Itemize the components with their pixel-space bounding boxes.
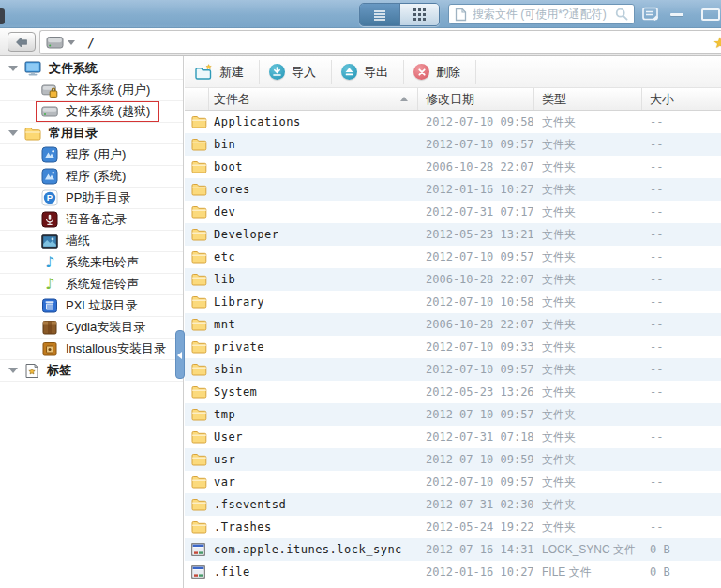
drive-selector[interactable] — [46, 35, 75, 50]
table-row[interactable]: usr2012-07-10 09:59文件夹-- — [185, 448, 721, 471]
grid-view-icon — [413, 8, 426, 21]
sidebar-item-label: 文件系统 — [49, 60, 98, 77]
table-row[interactable]: System2012-05-23 13:26文件夹-- — [185, 381, 721, 403]
file-icon-cell — [185, 340, 209, 354]
file-size: -- — [642, 183, 721, 196]
file-type: 文件夹 — [534, 520, 642, 535]
notes-panel-button[interactable] — [641, 7, 660, 22]
export-button[interactable]: 导出 — [334, 60, 404, 84]
sidebar-item[interactable]: PXL垃圾目录 — [0, 295, 183, 317]
table-row[interactable]: .file2012-01-16 10:27FILE 文件0 B — [185, 561, 721, 583]
sidebar-item[interactable]: 程序 (用户) — [0, 144, 183, 166]
sidebar-item[interactable]: ♪系统短信铃声 — [0, 274, 183, 295]
import-button-label: 导入 — [292, 64, 316, 81]
table-row[interactable]: Developer2012-05-23 13:21文件夹-- — [185, 223, 721, 246]
expand-triangle-icon[interactable] — [8, 66, 18, 71]
grid-view-button[interactable] — [399, 4, 439, 25]
sidebar-splitter[interactable] — [175, 330, 185, 379]
sidebar-item[interactable]: Cydia安装目录 — [0, 317, 183, 339]
favorite-star-icon[interactable]: ★ — [713, 34, 721, 52]
table-row[interactable]: Library2012-07-10 10:58文件夹-- — [185, 291, 721, 313]
table-row[interactable]: lib2006-10-28 22:07文件夹-- — [185, 268, 721, 291]
table-row[interactable]: etc2012-07-10 09:57文件夹-- — [185, 246, 721, 268]
address-field[interactable]: / ★ — [39, 30, 721, 54]
table-row[interactable]: .fseventsd2012-07-31 02:30文件夹-- — [185, 493, 721, 516]
file-name: mnt — [209, 318, 418, 331]
import-button[interactable]: 导入 — [262, 60, 332, 84]
minimize-button[interactable] — [668, 7, 686, 22]
file-icon-cell — [185, 250, 209, 264]
folder-icon — [191, 385, 207, 399]
sidebar-item[interactable]: 文件系统 (越狱) — [0, 101, 183, 123]
sidebar-section[interactable]: 文件系统 — [0, 58, 183, 80]
table-row[interactable]: mnt2006-10-28 22:07文件夹-- — [185, 313, 721, 336]
file-size: -- — [642, 520, 721, 534]
sidebar-item-content: 文件系统 — [24, 60, 98, 77]
file-manager-window: / ★ 文件系统文件系统 (用户)文件系统 (越狱)常用目录程序 (用户)程序 … — [0, 0, 721, 588]
table-row[interactable]: dev2012-07-31 07:17文件夹-- — [185, 201, 721, 223]
note-blue-icon: ♪ — [41, 255, 58, 270]
sidebar-selection-box: 文件系统 (越狱) — [36, 101, 159, 122]
header-modified-date[interactable]: 修改日期 — [418, 88, 534, 110]
sidebar-item[interactable]: PPP助手目录 — [0, 188, 183, 209]
file-name: cores — [209, 183, 418, 196]
table-row[interactable]: .Trashes2012-05-24 19:22文件夹-- — [185, 516, 721, 538]
file-icon-cell — [185, 520, 209, 534]
sidebar-item-content: 标签 — [24, 362, 71, 379]
app-blue-icon — [41, 146, 58, 163]
sidebar: 文件系统文件系统 (用户)文件系统 (越狱)常用目录程序 (用户)程序 (系统)… — [0, 56, 184, 588]
file-size: -- — [642, 205, 721, 219]
table-row[interactable]: private2012-07-10 09:33文件夹-- — [185, 336, 721, 358]
table-row[interactable]: tmp2012-07-10 09:57文件夹-- — [185, 403, 721, 426]
file-size: 0 B — [642, 565, 721, 579]
drive-icon — [46, 35, 64, 50]
file-size: -- — [642, 430, 721, 444]
sidebar-section[interactable]: 标签 — [0, 360, 183, 382]
sidebar-item-label: 系统来电铃声 — [66, 254, 139, 271]
sidebar-item[interactable]: 文件系统 (用户) — [0, 80, 183, 101]
sidebar-item-content: 墙纸 — [41, 233, 90, 249]
header-filename[interactable]: 文件名 — [209, 88, 418, 110]
sidebar-item-content: PPP助手目录 — [41, 189, 130, 206]
sidebar-item-label: 文件系统 (越狱) — [66, 103, 150, 120]
expand-triangle-icon[interactable] — [8, 368, 18, 373]
table-row[interactable]: com.apple.itunes.lock_sync2012-07-16 14:… — [185, 538, 721, 561]
table-row[interactable]: boot2006-10-28 22:07文件夹-- — [185, 156, 721, 178]
file-icon-cell — [185, 138, 209, 151]
new-folder-icon — [194, 64, 213, 81]
table-row[interactable]: var2012-07-10 09:57文件夹-- — [185, 471, 721, 493]
sidebar-item-label: Cydia安装目录 — [66, 319, 145, 336]
file-modified-date: 2012-07-16 14:31 — [418, 543, 534, 556]
new-button[interactable]: 新建 — [187, 60, 260, 84]
sidebar-item[interactable]: ♪系统来电铃声 — [0, 252, 183, 274]
file-modified-date: 2012-07-10 09:57 — [418, 138, 534, 151]
header-type-label: 类型 — [542, 91, 566, 108]
table-row[interactable]: bin2012-07-10 09:57文件夹-- — [185, 133, 721, 156]
folder-icon — [191, 138, 207, 151]
expand-triangle-icon[interactable] — [8, 130, 18, 136]
back-button[interactable] — [8, 32, 36, 52]
sidebar-item[interactable]: Installous安装目录 — [0, 339, 183, 360]
sidebar-item[interactable]: 墙纸 — [0, 231, 183, 252]
list-view-button[interactable] — [360, 4, 399, 25]
table-row[interactable]: cores2012-01-16 10:27文件夹-- — [185, 178, 721, 201]
search-icon[interactable] — [615, 8, 628, 21]
header-type[interactable]: 类型 — [534, 88, 642, 110]
sidebar-item[interactable]: 程序 (系统) — [0, 166, 183, 188]
maximize-button[interactable] — [701, 7, 720, 22]
folder-icon — [191, 183, 207, 196]
delete-button[interactable]: 删除 — [406, 60, 476, 84]
sidebar-item-content: 程序 (系统) — [41, 168, 126, 185]
pp-icon: P — [41, 189, 58, 206]
folder-icon — [191, 520, 207, 534]
sidebar-section[interactable]: 常用目录 — [0, 123, 183, 144]
file-type: 文件夹 — [534, 407, 642, 423]
search-input[interactable] — [473, 8, 609, 21]
sidebar-item[interactable]: 语音备忘录 — [0, 209, 183, 231]
header-size[interactable]: 大小 — [642, 88, 721, 110]
file-modified-date: 2006-10-28 22:07 — [418, 318, 534, 331]
table-row[interactable]: Applications2012-07-10 09:58文件夹-- — [185, 111, 721, 133]
table-row[interactable]: User2012-07-31 07:18文件夹-- — [185, 426, 721, 448]
tag-icon — [24, 363, 39, 379]
table-row[interactable]: sbin2012-07-10 09:57文件夹-- — [185, 358, 721, 381]
